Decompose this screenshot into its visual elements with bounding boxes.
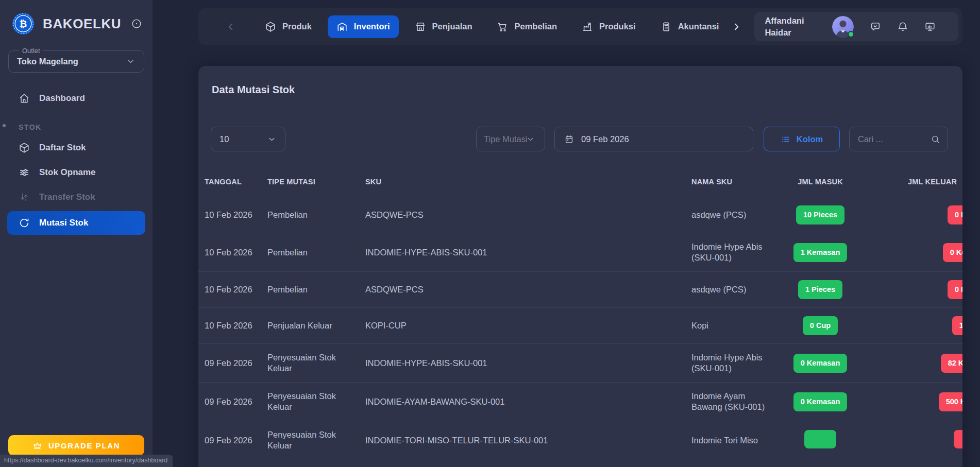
table-row: 10 Feb 2026 Penjualan Keluar KOPI-CUP Ko… xyxy=(198,308,962,344)
tab-pembelian[interactable]: Pembelian xyxy=(488,15,566,38)
jml-masuk-badge: 10 Pieces xyxy=(796,205,844,224)
header-sku: SKU xyxy=(359,167,685,197)
browser-status-url: https://dashboard-dev.bakoelku.com/inven… xyxy=(0,455,173,467)
sidebar-toggle-icon[interactable] xyxy=(131,18,142,29)
cell-tipe-mutasi: Penyesuaian Stok Keluar xyxy=(261,421,359,460)
columns-list-icon xyxy=(781,134,790,144)
sidebar-item-transfer-stok[interactable]: Transfer Stok xyxy=(0,185,153,210)
kolom-label: Kolom xyxy=(797,134,823,144)
page-title: Data Mutasi Stok xyxy=(198,66,962,111)
tab-akuntansi[interactable]: Akuntansi xyxy=(652,15,728,38)
cell-tanggal: 10 Feb 2026 xyxy=(198,233,261,272)
storefront-icon xyxy=(415,21,426,32)
cell-sku: INDOMIE-HYPE-ABIS-SKU-001 xyxy=(359,233,685,272)
sidebar-item-daftar-stok[interactable]: Daftar Stok xyxy=(0,135,153,160)
cart-icon xyxy=(497,21,508,32)
table-row: 09 Feb 2026 Penyesuaian Stok Keluar INDO… xyxy=(198,383,962,421)
sidebar-item-stok-opname[interactable]: Stok Opname xyxy=(0,160,153,185)
sidebar-item-dashboard[interactable]: Dashboard xyxy=(0,86,153,111)
tab-inventori[interactable]: Inventori xyxy=(328,15,399,38)
sidebar-section-stok: STOK xyxy=(0,111,153,135)
upgrade-plan-button[interactable]: UPGRADE PLAN xyxy=(8,435,144,456)
chat-icon[interactable] xyxy=(870,21,881,32)
cell-tipe-mutasi: Pembelian xyxy=(261,272,359,308)
cell-tanggal: 09 Feb 2026 xyxy=(198,383,261,421)
outlet-label: Outlet xyxy=(19,47,43,55)
topbar-actions xyxy=(832,16,936,38)
table-scroll-area[interactable]: TANGGAL TIPE MUTASI SKU NAMA SKU JML MAS… xyxy=(198,167,962,459)
cell-nama-sku: Indomie Tori Miso xyxy=(685,421,775,460)
sidebar-item-label: Dashboard xyxy=(39,93,85,103)
page-size-value: 10 xyxy=(219,134,229,144)
tab-label: Produk xyxy=(282,22,312,31)
outlet-select[interactable]: Outlet Toko Magelang xyxy=(8,47,144,73)
tipe-mutasi-placeholder: Tipe Mutasi xyxy=(484,134,528,144)
jml-keluar-badge: 500 Kemasan xyxy=(939,392,962,411)
user-name[interactable]: Affandani Haidar xyxy=(765,15,804,38)
cube-icon xyxy=(265,21,276,32)
scrollbar-dot[interactable] xyxy=(3,124,6,127)
sidebar-item-label: Daftar Stok xyxy=(39,143,86,153)
mutasi-stok-table: TANGGAL TIPE MUTASI SKU NAMA SKU JML MAS… xyxy=(198,167,962,459)
nav-scroll-left-chevron-icon[interactable] xyxy=(225,21,236,32)
jml-keluar-badge: 0 Pieces xyxy=(948,205,962,224)
header-tanggal: TANGGAL xyxy=(198,167,261,197)
cell-tipe-mutasi: Pembelian xyxy=(261,197,359,233)
tab-penjualan[interactable]: Penjualan xyxy=(406,15,481,38)
cell-sku: ASDQWE-PCS xyxy=(359,272,685,308)
cell-tipe-mutasi: Pembelian xyxy=(261,233,359,272)
cell-nama-sku: Indomie Ayam Bawang (SKU-001) xyxy=(685,383,775,421)
svg-text:₿: ₿ xyxy=(20,19,27,29)
user-first-name: Affandani xyxy=(765,15,804,26)
cell-jml-keluar: 500 Kemasan xyxy=(864,383,962,421)
chevron-down-icon xyxy=(126,57,136,66)
tipe-mutasi-select[interactable]: Tipe Mutasi xyxy=(476,127,545,151)
tab-label: Inventori xyxy=(354,22,390,31)
online-status-dot xyxy=(848,31,854,38)
jml-masuk-badge xyxy=(804,430,836,448)
top-navigation-bar: Produk Inventori Penjualan Pembelian Pro… xyxy=(198,8,962,45)
cell-sku: INDOMIE-TORI-MISO-TELUR-TELUR-SKU-001 xyxy=(359,421,685,460)
user-last-name: Haidar xyxy=(765,27,804,38)
cell-jml-masuk: 0 Cup xyxy=(775,308,864,344)
calendar-icon xyxy=(564,134,574,144)
date-picker[interactable]: 09 Feb 2026 xyxy=(554,127,753,151)
sidebar-item-mutasi-stok[interactable]: Mutasi Stok xyxy=(7,211,145,235)
nav-scroll-right-chevron-icon[interactable] xyxy=(731,21,742,32)
tab-label: Pembelian xyxy=(514,22,557,31)
cell-tanggal: 09 Feb 2026 xyxy=(198,344,261,383)
sidebar-item-label: Stok Opname xyxy=(39,167,96,178)
date-value: 09 Feb 2026 xyxy=(581,134,629,144)
tab-produksi[interactable]: Produksi xyxy=(573,15,645,38)
cell-jml-masuk: 0 Kemasan xyxy=(775,344,864,383)
jml-keluar-badge xyxy=(954,430,962,448)
cell-jml-keluar xyxy=(864,421,962,460)
display-monitor-icon[interactable] xyxy=(924,21,936,32)
avatar[interactable] xyxy=(832,16,854,38)
cell-jml-keluar: 1 Cup xyxy=(864,308,962,344)
notifications-bell-icon[interactable] xyxy=(897,21,908,32)
chevron-down-icon xyxy=(526,134,535,144)
cell-jml-masuk: 10 Pieces xyxy=(775,197,864,233)
search-input[interactable] xyxy=(858,134,931,144)
cell-jml-masuk: 1 Kemasan xyxy=(775,233,864,272)
chevron-down-icon xyxy=(267,134,277,144)
sidebar-nav: Dashboard STOK Daftar Stok Stok Opname T… xyxy=(0,86,153,235)
cell-tanggal: 10 Feb 2026 xyxy=(198,308,261,344)
transfer-arrows-icon xyxy=(19,192,30,203)
jml-masuk-badge: 0 Cup xyxy=(803,316,838,335)
header-tipe-mutasi: TIPE MUTASI xyxy=(261,167,359,197)
jml-masuk-badge: 1 Pieces xyxy=(798,280,842,299)
kolom-button[interactable]: Kolom xyxy=(764,127,840,151)
tab-label: Akuntansi xyxy=(678,22,719,31)
jml-masuk-badge: 0 Kemasan xyxy=(793,354,848,373)
jml-keluar-badge: 1 Cup xyxy=(952,316,962,335)
cell-jml-keluar: 0 Pieces xyxy=(864,197,962,233)
factory-icon xyxy=(582,21,593,32)
page-size-select[interactable]: 10 xyxy=(211,127,285,151)
sidebar: ₿ BAKOELKU Outlet Toko Magelang Dashboar… xyxy=(0,0,153,467)
table-header-row: TANGGAL TIPE MUTASI SKU NAMA SKU JML MAS… xyxy=(198,167,962,197)
crown-icon xyxy=(32,441,42,451)
tab-produk[interactable]: Produk xyxy=(256,15,320,38)
header-jml-masuk: JML MASUK xyxy=(775,167,864,197)
